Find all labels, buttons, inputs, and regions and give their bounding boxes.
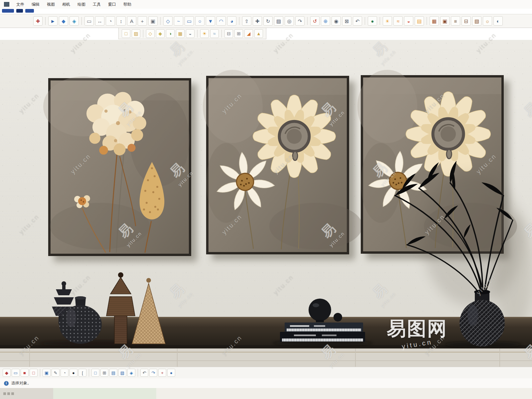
pie-tool-icon[interactable]: ◕ [227,16,236,26]
menu-item[interactable]: 视图 [46,1,56,8]
two-point-perspective-icon[interactable]: ▲ [254,29,263,38]
menu-item[interactable]: 绘图 [76,1,86,8]
hide-icon[interactable]: ■ [21,369,29,377]
toolbar-separator [89,369,89,377]
bottom-strip [0,388,532,399]
orbit-tool-icon[interactable]: ↺ [310,16,320,26]
undo-icon[interactable]: ↶ [140,369,148,377]
painting-left[interactable] [43,76,191,256]
layers-icon[interactable]: ≡ [451,16,460,26]
toolbar-separator [138,369,138,377]
lock-icon[interactable]: ▣ [43,369,51,377]
pencil-icon[interactable]: ✎ [52,369,60,377]
offset-tool-icon[interactable]: ◎ [285,16,294,26]
toolbar-separator [143,30,143,38]
help-icon[interactable]: + [158,369,166,377]
toolbar-separator [239,17,239,25]
menu-item[interactable]: 编辑 [31,1,41,8]
shaded-icon[interactable]: ◑ [166,29,175,38]
zoom-extents-icon[interactable]: ⊠ [342,16,351,26]
menu-item[interactable]: 文件 [15,1,25,8]
paint-bucket-icon[interactable]: ◈ [69,16,79,26]
toolbar-separator [160,17,161,25]
viewport-3d[interactable] [0,40,532,367]
painting-center[interactable] [203,70,362,254]
menu-items: 文件编辑视图相机绘图工具窗口帮助 [15,1,132,8]
hidden-line-icon[interactable]: ◆ [156,29,165,38]
quick-bar-3[interactable] [25,9,34,13]
toolbar-separator [197,30,198,38]
line-tool-icon[interactable]: ◇ [163,16,173,26]
dimension-icon[interactable]: ↕ [116,16,126,26]
circle-tool-icon[interactable]: ○ [195,16,204,26]
model-axes-icon[interactable]: ✚ [33,16,43,26]
menu-item[interactable]: 帮助 [122,1,132,8]
save-icon[interactable]: ▤ [109,369,117,377]
bottom-strip-right [156,388,532,399]
hide-similar-icon[interactable]: ⊞ [234,29,243,38]
text-tool-icon[interactable]: A [127,16,136,26]
bottom-strip-green [53,388,156,399]
protractor-icon[interactable]: ◔ [106,16,115,26]
scale-tool-icon[interactable]: ▨ [274,16,283,26]
zoom-tool-icon[interactable]: ◉ [332,16,341,26]
shaded-textures-icon[interactable]: ▦ [176,29,185,38]
hide-rest-icon[interactable]: ⊟ [224,29,233,38]
tape-measure-icon[interactable]: ↔ [95,16,104,26]
quick-bar-2[interactable] [16,9,23,13]
components-icon[interactable]: ▣ [440,16,450,26]
scenes-icon[interactable]: ▧ [472,16,481,26]
follow-me-icon[interactable]: ↷ [295,16,305,26]
rotate-tool-icon[interactable]: ↻ [263,16,273,26]
toolbar-separator [81,17,82,25]
eraser-tool-icon[interactable]: ▭ [84,16,94,26]
monochrome-icon[interactable]: ◒ [186,29,195,38]
export-icon[interactable]: ▧ [118,369,126,377]
x-ray-mode-icon[interactable]: □ [122,29,130,38]
section-plane-icon[interactable]: ▣ [148,16,158,26]
outliner-icon[interactable]: ⊟ [462,16,471,26]
scene-tab-icon[interactable]: ◆ [3,369,11,377]
perspective-icon[interactable]: ◢ [244,29,253,38]
make-component-icon[interactable]: ◆ [59,16,68,26]
print-icon[interactable]: ◈ [127,369,135,377]
menu-item[interactable]: 窗口 [107,1,117,8]
previous-view-icon[interactable]: ↶ [353,16,362,26]
bracket-icon[interactable]: [ [78,369,86,377]
paintbrush-icon[interactable]: ◔ [61,369,68,377]
model-info-icon[interactable]: ◐ [493,16,503,26]
axes-tool-icon[interactable]: + [138,16,147,26]
unhide-icon[interactable]: □ [30,369,38,377]
arc-tool-icon[interactable]: ◠ [216,16,226,26]
menu-item[interactable]: 相机 [61,1,71,8]
menu-item[interactable]: 工具 [92,1,102,8]
freehand-tool-icon[interactable]: ~ [174,16,183,26]
wireframe-icon[interactable]: ◇ [146,29,155,38]
viewport-canvas [0,40,532,367]
move-tool-icon[interactable]: ✚ [253,16,262,26]
pan-tool-icon[interactable]: ⊕ [321,16,330,26]
fog-toggle-icon[interactable]: ≈ [210,29,219,38]
open-file-icon[interactable]: ⊞ [100,369,108,377]
push-pull-icon[interactable]: ⇧ [242,16,251,26]
styles-icon[interactable]: ◒ [404,16,413,26]
redo-icon[interactable]: ↷ [149,369,157,377]
rectangle-tool-icon[interactable]: ▭ [185,16,194,26]
polygon-tool-icon[interactable]: ▼ [206,16,215,26]
geo-location-icon[interactable]: ● [368,16,377,26]
bucket-icon[interactable]: ● [69,369,77,377]
toolbar-separator [40,369,40,377]
fog-icon[interactable]: ≈ [393,16,403,26]
layout-icon[interactable]: ▭ [12,369,20,377]
quick-bar-1[interactable] [2,9,14,13]
back-edges-icon[interactable]: ▨ [132,29,140,38]
bottom-toolbar: ◆▭■□▣✎◔●[□⊞▤▧◈↶↷+● [0,367,532,379]
shadows-icon[interactable]: ☀ [383,16,392,26]
new-file-icon[interactable]: □ [91,369,99,377]
match-photo-icon[interactable]: ▤ [415,16,424,26]
materials-icon[interactable]: ▦ [430,16,439,26]
settings-icon[interactable]: ● [167,369,175,377]
shadows-toggle-icon[interactable]: ☀ [200,29,209,38]
shadow-settings-icon[interactable]: ☼ [483,16,492,26]
select-tool-icon[interactable]: ► [48,16,58,26]
